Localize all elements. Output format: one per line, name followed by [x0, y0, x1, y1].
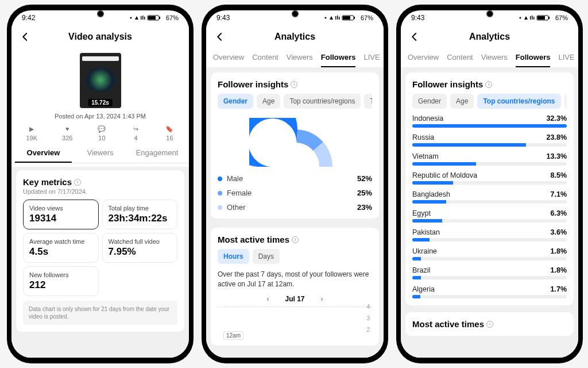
country-row: Ukraine1.8% [412, 247, 567, 260]
status-icons: 67% [324, 14, 373, 21]
follower-insights-title: Follower insights i [218, 79, 372, 89]
legend-pct: 23% [357, 203, 372, 212]
country-row: Egypt6.3% [412, 209, 567, 223]
status-icons: 67% [129, 14, 179, 21]
legend-dot-icon [218, 177, 222, 181]
pill-top-countries[interactable]: Top countries/regions [284, 94, 361, 109]
country-bar [412, 143, 567, 147]
heart-icon: ♥ [63, 124, 72, 133]
info-icon[interactable]: i [486, 321, 493, 328]
country-bar [412, 276, 567, 279]
camera-notch [486, 10, 493, 17]
tab-viewers[interactable]: Viewers [287, 53, 313, 67]
tab-followers[interactable]: Followers [516, 53, 551, 67]
svg-rect-1 [141, 16, 142, 20]
pill-top-words[interactable]: Top [564, 94, 567, 109]
date-next[interactable]: › [321, 295, 323, 303]
status-icons: 67% [519, 14, 568, 21]
info-icon[interactable]: i [292, 236, 299, 243]
app-header: Video analysis [11, 25, 189, 48]
tab-content[interactable]: Content [252, 53, 278, 67]
tab-engagement[interactable]: Engagement [129, 144, 185, 163]
country-row: Bangladesh7.1% [412, 190, 567, 204]
metric-watched-full[interactable]: Watched full video7.95% [102, 233, 178, 263]
stat-saves: 🔖16 [165, 124, 174, 141]
gender-donut-chart [218, 118, 372, 170]
country-name: Ukraine [412, 247, 437, 255]
pill-gender[interactable]: Gender [412, 94, 447, 109]
arrow-left-icon [215, 32, 225, 42]
pill-age[interactable]: Age [257, 94, 280, 109]
play-icon: ▶ [27, 124, 36, 133]
country-bar [412, 124, 567, 128]
country-pct: 7.1% [551, 190, 567, 198]
country-pct: 1.7% [551, 285, 567, 293]
metric-total-play-time[interactable]: Total play time23h:34m:22s [102, 200, 178, 229]
tab-followers[interactable]: Followers [321, 53, 356, 67]
tab-content[interactable]: Content [447, 53, 473, 67]
country-bar [412, 238, 567, 241]
country-name: Republic of Moldova [412, 171, 477, 179]
back-button[interactable] [20, 31, 31, 43]
pill-days[interactable]: Days [253, 249, 280, 264]
video-thumbnail[interactable]: 15.72s [80, 53, 121, 108]
tab-viewers[interactable]: Viewers [481, 53, 508, 67]
tab-overview[interactable]: Overview [213, 53, 244, 67]
pill-gender[interactable]: Gender [218, 94, 253, 109]
legend-pct: 52% [357, 174, 372, 183]
pill-top-countries[interactable]: Top countries/regions [477, 94, 560, 109]
arrow-left-icon [20, 32, 30, 42]
country-row: Brazil1.8% [412, 266, 567, 279]
country-bar [412, 162, 567, 166]
svg-rect-2 [142, 16, 144, 20]
svg-rect-16 [532, 16, 533, 20]
country-pct: 23.8% [547, 133, 567, 141]
pill-age[interactable]: Age [450, 94, 474, 109]
legend-dot-icon [218, 191, 222, 195]
camera-notch [292, 10, 299, 17]
country-name: Pakistan [412, 228, 440, 236]
country-row: Pakistan3.6% [412, 228, 567, 241]
country-list: Indonesia32.3%Russia23.8%Vietnam13.3%Rep… [412, 114, 567, 298]
tab-overview[interactable]: Overview [15, 144, 72, 163]
svg-rect-3 [144, 17, 145, 20]
follower-insights-title: Follower insights i [412, 79, 567, 89]
svg-rect-17 [533, 17, 535, 20]
metric-new-followers[interactable]: New followers212 [23, 266, 99, 296]
country-bar [412, 295, 567, 298]
svg-rect-19 [537, 16, 545, 20]
active-desc: Over the past 7 days, most of your follo… [218, 270, 372, 289]
metric-video-views[interactable]: Video views19314 [23, 200, 99, 229]
key-metrics-title: Key metrics i [23, 177, 177, 187]
tab-live[interactable]: LIVE [558, 53, 574, 67]
back-button[interactable] [409, 31, 420, 43]
hourly-chart: 432 12am [218, 306, 372, 339]
info-icon[interactable]: i [485, 81, 492, 88]
tab-overview[interactable]: Overview [408, 53, 439, 67]
chart-legend: Male52%Female25%Other23% [218, 174, 372, 212]
svg-rect-15 [530, 16, 531, 20]
date-label: Jul 17 [285, 295, 304, 303]
key-metrics-updated: Updated on 7/17/2024. [23, 188, 177, 195]
country-pct: 13.3% [547, 152, 567, 160]
metric-avg-watch-time[interactable]: Average watch time4.5s [23, 233, 99, 263]
info-icon[interactable]: i [291, 81, 297, 88]
svg-point-0 [130, 17, 131, 19]
clock: 9:43 [216, 14, 230, 22]
pill-hours[interactable]: Hours [218, 249, 249, 264]
date-prev[interactable]: ‹ [266, 295, 269, 303]
country-bar [412, 257, 567, 260]
pill-top-words[interactable]: Top [364, 94, 372, 109]
comment-icon: 💬 [97, 124, 106, 133]
tab-viewers[interactable]: Viewers [72, 144, 129, 163]
country-pct: 32.3% [547, 114, 567, 122]
page-title: Analytics [469, 32, 510, 42]
country-pct: 3.6% [551, 228, 567, 236]
svg-rect-8 [335, 16, 336, 20]
camera-notch [97, 10, 104, 17]
back-button[interactable] [214, 31, 226, 43]
legend-row: Female25% [218, 189, 372, 197]
phone-frame-1: 9:42 67% Video analysis 15.72s Posted on… [7, 5, 194, 363]
info-icon[interactable]: i [74, 179, 81, 186]
tab-live[interactable]: LIVE [363, 53, 380, 67]
